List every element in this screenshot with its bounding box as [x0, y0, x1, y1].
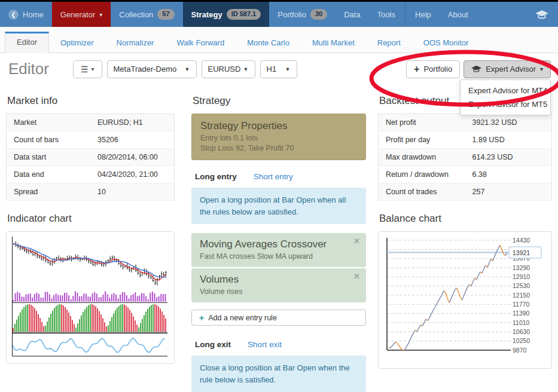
tab-optimizer[interactable]: Optimizer [49, 33, 105, 53]
caret-down-icon: ▾ [99, 11, 102, 18]
table-row: Max drawdown 614.23 USD [379, 149, 552, 166]
table-row: Return / drawdown 6.38 [379, 166, 552, 183]
tab-monte-carlo[interactable]: Monte Carlo [236, 33, 301, 53]
table-row: Profit per day 1.89 USD [379, 131, 552, 149]
page-title: Editor [8, 60, 49, 78]
table-row: Spread 10 [7, 183, 175, 201]
table-row: Data end 04/24/2020, 21:00 [7, 166, 175, 183]
select-caret-icon: ▼ [243, 66, 249, 72]
nav-collection[interactable]: Collection 57 [111, 2, 182, 27]
market-info-table: Market EURUSD; H1 Count of bars 35206 Da… [6, 114, 175, 201]
nav-about[interactable]: About [440, 2, 477, 27]
indicator-chart-panel [6, 231, 175, 364]
svg-text:10630: 10630 [513, 328, 530, 335]
tab-walk-forward[interactable]: Walk Forward [165, 33, 236, 53]
collection-count-badge: 57 [157, 9, 174, 19]
nav-portfolio[interactable]: Portfolio 30 [269, 2, 336, 27]
svg-text:13290: 13290 [513, 264, 530, 271]
svg-text:13921: 13921 [513, 249, 530, 256]
plus-icon: + [414, 64, 419, 75]
svg-text:11770: 11770 [513, 301, 530, 308]
short-exit-tab[interactable]: Short exit [248, 340, 282, 349]
select-caret-icon: ▼ [185, 66, 190, 72]
hamburger-icon: ☰ [81, 65, 89, 74]
tab-report[interactable]: Report [366, 33, 412, 53]
exit-info-box: Close a long position at Bar Open when t… [191, 356, 366, 392]
short-entry-tab[interactable]: Short entry [254, 172, 293, 181]
main-navbar: ❮ Home Generator ▾ Collection 57 Strateg… [0, 2, 558, 27]
balance-chart: 1443014050136701329012910125301215011770… [382, 235, 548, 362]
strategy-properties-box[interactable]: Strategy Properties Entry lots 0.1 lots … [191, 114, 366, 160]
table-row: Net profit 3921.32 USD [379, 114, 552, 131]
strategy-id-badge: ID 587.1 [227, 9, 261, 19]
symbol-select[interactable]: EURUSD ▼ [202, 60, 255, 78]
entry-side-tabs: Long entry Short entry [195, 172, 366, 181]
svg-text:12150: 12150 [513, 292, 530, 299]
caret-down-icon: ▾ [91, 66, 94, 72]
long-exit-tab[interactable]: Long exit [195, 340, 231, 349]
nav-tools[interactable]: Tools [369, 2, 404, 27]
expert-advisor-button[interactable]: Expert Advisor ▾ [464, 60, 551, 78]
svg-text:14430: 14430 [513, 237, 530, 244]
graduation-cap-icon [471, 65, 481, 73]
entry-rule-ma-crossover[interactable]: ✕ Moving Averages Crossover Fast MA cros… [191, 233, 366, 267]
menu-item-ea-mt5[interactable]: Expert Advisor for MT5 [461, 97, 550, 111]
svg-text:11010: 11010 [513, 319, 530, 326]
sub-tabbar: Editor Optimizer Normalizer Walk Forward… [0, 27, 558, 53]
editor-content: Market info Market EURUSD; H1 Count of b… [0, 84, 558, 392]
portfolio-count-badge: 30 [310, 9, 327, 19]
table-row: Market EURUSD; H1 [7, 114, 175, 131]
nav-data[interactable]: Data [336, 2, 368, 27]
strategy-title: Strategy [193, 95, 366, 107]
nav-strategy[interactable]: Strategy ID 587.1 [183, 2, 270, 27]
market-info-title: Market info [7, 95, 175, 107]
select-caret-icon: ▼ [285, 66, 291, 72]
editor-toolbar: Editor ☰ ▾ MetaTrader-Demo ▼ EURUSD ▼ H1… [0, 53, 558, 84]
add-entry-rule-button[interactable]: + Add a new entry rule [191, 310, 366, 326]
add-to-portfolio-button[interactable]: + Portfolio [406, 60, 460, 78]
entry-info-box: Open a long position at Bar Open when al… [191, 188, 366, 224]
nav-home[interactable]: ❮ Home [0, 2, 52, 27]
tools-menu-button[interactable]: ☰ ▾ [73, 60, 102, 78]
back-icon: ❮ [8, 10, 19, 20]
svg-text:11390: 11390 [513, 310, 530, 317]
table-row: Count of trades 257 [379, 183, 552, 201]
tab-oos-monitor[interactable]: OOS Monitor [412, 33, 480, 53]
menu-item-ea-mt4[interactable]: Expert Advisor for MT4 [461, 84, 550, 97]
tab-multi-market[interactable]: Multi Market [301, 33, 366, 53]
entry-rule-volumes[interactable]: ✕ Volumes Volume rises [191, 268, 366, 302]
close-icon[interactable]: ✕ [353, 272, 360, 281]
close-icon[interactable]: ✕ [353, 237, 360, 246]
svg-text:12910: 12910 [513, 273, 530, 280]
tab-normalizer[interactable]: Normalizer [105, 33, 166, 53]
svg-text:9870: 9870 [513, 347, 527, 354]
exit-side-tabs: Long exit Short exit [195, 340, 366, 349]
balance-chart-panel: 1443014050136701329012910125301215011770… [378, 231, 552, 369]
table-row: Count of bars 35206 [7, 131, 175, 149]
caret-down-icon: ▾ [540, 66, 543, 72]
svg-text:10250: 10250 [513, 337, 530, 344]
nav-divider [405, 2, 405, 27]
table-row: Data start 08/20/2014, 06:00 [7, 149, 175, 166]
plus-icon: + [199, 313, 204, 323]
svg-text:12530: 12530 [513, 282, 530, 289]
education-link[interactable] [526, 2, 558, 27]
nav-help[interactable]: Help [407, 2, 440, 27]
indicator-chart [10, 235, 169, 357]
indicator-chart-title: Indicator chart [7, 213, 175, 225]
backtest-output-table: Net profit 3921.32 USD Profit per day 1.… [378, 114, 552, 201]
tab-editor[interactable]: Editor [5, 32, 49, 53]
balance-chart-title: Balance chart [379, 213, 552, 225]
graduation-cap-icon [535, 10, 548, 19]
expert-advisor-menu: Expert Advisor for MT4 Expert Advisor fo… [460, 79, 551, 115]
account-select[interactable]: MetaTrader-Demo ▼ [107, 60, 197, 78]
timeframe-select[interactable]: H1 ▼ [260, 60, 297, 78]
long-entry-tab[interactable]: Long entry [195, 172, 237, 181]
nav-generator[interactable]: Generator ▾ [52, 2, 111, 27]
